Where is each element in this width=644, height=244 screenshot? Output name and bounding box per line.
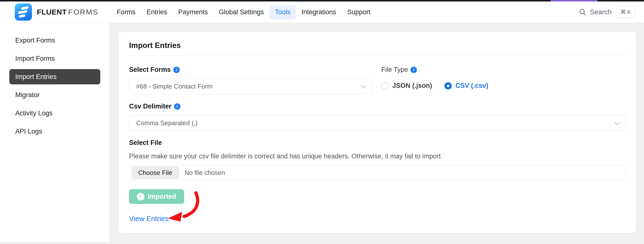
nav-item-forms[interactable]: Forms [117,5,136,19]
sidebar-item-migrator[interactable]: Migrator [9,87,100,103]
nav-item-global-settings[interactable]: Global Settings [219,5,264,19]
select-forms-value: #68 - Simple Contact Form [136,83,361,90]
global-search[interactable]: Search ⌘ K [579,7,635,18]
nav-item-integrations[interactable]: Integrations [301,5,336,19]
imported-button[interactable]: ✓ Imported [129,189,184,204]
app-header: FLUENTFORMS Forms Entries Payments Globa… [0,2,644,23]
info-icon[interactable]: i [410,67,417,73]
nav-item-tools[interactable]: Tools [270,5,296,19]
radio-json-label: JSON (.json) [392,82,432,90]
radio-csv-label: CSV (.csv) [456,82,488,90]
select-file-label: Select File [129,139,162,147]
chevron-down-icon [615,120,620,125]
info-icon[interactable]: i [174,103,180,110]
info-icon[interactable]: i [173,67,180,73]
csv-delimiter-dropdown[interactable]: Comma Separated (,) [129,115,626,131]
logo-text: FLUENTFORMS [37,8,98,16]
fluent-forms-logo-icon [15,4,32,21]
select-forms-label: Select Forms [129,66,171,74]
nav-item-payments[interactable]: Payments [178,5,208,19]
sidebar-item-import-entries[interactable]: Import Entries [9,69,100,84]
nav-item-support[interactable]: Support [347,5,371,19]
browser-top-strip [0,0,644,2]
logo-text-light: FORMS [68,8,98,16]
radio-csv[interactable]: CSV (.csv) [444,82,488,90]
sidebar-item-api-logs[interactable]: API Logs [9,124,100,139]
chevron-down-icon [361,83,366,88]
select-file-field: Select File Please make sure your csv fi… [129,139,626,180]
sidebar-item-export-forms[interactable]: Export Forms [9,33,100,48]
page-body: Export Forms Import Forms Import Entries… [0,23,644,244]
form-row-1: Select Forms i #68 - Simple Contact Form… [129,66,626,94]
csv-delimiter-field: Csv Delimiter i Comma Separated (,) [129,103,626,131]
imported-button-label: Imported [148,193,176,200]
file-chosen-status: No file chosen [184,169,225,177]
sidebar-item-import-forms[interactable]: Import Forms [9,51,100,66]
search-label: Search [590,8,612,16]
logo-text-bold: FLUENT [37,8,66,16]
choose-file-button[interactable]: Choose File [132,166,179,179]
select-forms-field: Select Forms i #68 - Simple Contact Form [129,66,372,94]
file-type-label: File Type [381,66,408,74]
keyboard-shortcut-badge: ⌘ K [616,7,635,18]
search-icon [579,8,586,16]
radio-circle-icon [381,82,388,90]
file-type-radio-group: JSON (.json) CSV (.csv) [381,82,626,90]
view-entries-link[interactable]: View Entries [129,215,168,223]
radio-json[interactable]: JSON (.json) [381,82,432,90]
page-title: Import Entries [129,41,626,50]
select-forms-dropdown[interactable]: #68 - Simple Contact Form [129,79,372,94]
csv-delimiter-value: Comma Separated (,) [136,119,615,127]
tools-sidebar: Export Forms Import Forms Import Entries… [0,23,110,242]
nav-item-entries[interactable]: Entries [146,5,167,19]
file-input[interactable]: Choose File No file chosen [129,165,626,180]
content-area: Import Entries Select Forms i #68 - Simp… [110,23,644,244]
fluent-forms-logo[interactable]: FLUENTFORMS [15,4,98,21]
actions-row: ✓ Imported [129,180,626,204]
top-nav: Forms Entries Payments Global Settings T… [117,5,370,19]
check-circle-icon: ✓ [137,193,144,200]
select-file-help-text: Please make sure your csv file delimiter… [129,152,626,160]
title-divider [129,55,626,56]
import-entries-card: Import Entries Select Forms i #68 - Simp… [119,32,636,233]
sidebar-item-activity-logs[interactable]: Activity Logs [9,106,100,121]
csv-delimiter-label: Csv Delimiter [129,103,172,110]
top-strip-accent [550,0,597,2]
radio-circle-icon [444,82,452,90]
file-type-field: File Type i JSON (.json) CSV (.csv) [381,66,626,94]
